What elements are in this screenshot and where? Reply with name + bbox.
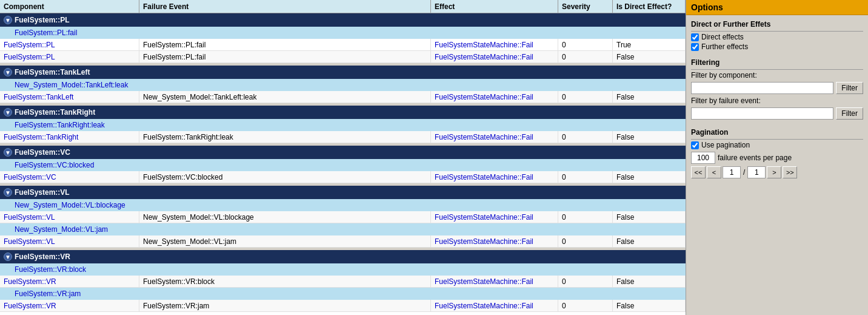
nav-next-button[interactable]: >	[767, 166, 781, 178]
group-header: ▼ FuelSystem::VL	[0, 186, 686, 199]
cell-effect: FuelSystemStateMachine::Fail	[431, 211, 558, 223]
current-page-input[interactable]	[723, 166, 741, 178]
cell-is-direct: False	[613, 276, 686, 287]
group-toggle[interactable]: ▼	[4, 16, 12, 24]
group-header-cell: ▼ FuelSystem::VL	[0, 186, 686, 198]
table-row: FuelSystem::PL FuelSystem::PL:fail FuelS…	[0, 51, 686, 63]
direct-effects-checkbox[interactable]	[691, 33, 699, 41]
filter-component-input[interactable]	[691, 82, 833, 94]
group-header-cell: ▼ FuelSystem::TankLeft	[0, 66, 686, 78]
cell-severity: 0	[558, 211, 613, 223]
cell-failure-event: New_System_Model::VL:blockage	[139, 211, 431, 223]
group-header-cell: ▼ FuelSystem::PL	[0, 14, 686, 26]
failure-event-name: New_System_Model::TankLeft:leak	[0, 79, 686, 91]
group-name: FuelSystem::PL	[15, 16, 70, 24]
failure-event-name: New_System_Model::VL:blockage	[0, 199, 686, 211]
cell-failure-event: FuelSystem::VR:jam	[139, 300, 431, 311]
cell-is-direct: False	[613, 211, 686, 223]
per-page-input[interactable]	[691, 152, 715, 164]
use-pagination-checkbox[interactable]	[691, 141, 699, 149]
header-effect: Effect	[431, 0, 558, 13]
cell-component: FuelSystem::PL	[0, 51, 139, 63]
filtering-title: Filtering	[691, 58, 863, 67]
group-toggle[interactable]: ▼	[4, 68, 12, 76]
failure-event-row: FuelSystem::TankRight:leak	[0, 119, 686, 131]
cell-severity: 0	[558, 131, 613, 143]
cell-effect: FuelSystemStateMachine::Fail	[431, 131, 558, 143]
cell-is-direct: False	[613, 131, 686, 143]
cell-failure-event: FuelSystem::TankRight:leak	[139, 131, 431, 143]
filter-component-button[interactable]: Filter	[836, 82, 863, 94]
table-row: FuelSystem::VC FuelSystem::VC:blocked Fu…	[0, 171, 686, 183]
cell-component: FuelSystem::VR	[0, 276, 139, 287]
group-header: ▼ FuelSystem::TankLeft	[0, 66, 686, 79]
table-row: FuelSystem::VL New_System_Model::VL:jam …	[0, 235, 686, 248]
cell-is-direct: True	[613, 39, 686, 50]
group-header: ▼ FuelSystem::PL	[0, 13, 686, 27]
cell-component: FuelSystem::VC	[0, 171, 139, 183]
group-toggle[interactable]: ▼	[4, 252, 12, 261]
group-name: FuelSystem::VC	[15, 148, 70, 157]
use-pagination-row: Use pagination	[691, 141, 863, 149]
table-row: FuelSystem::VL New_System_Model::VL:bloc…	[0, 211, 686, 223]
group-header-cell: ▼ FuelSystem::TankRight	[0, 106, 686, 118]
filter-failure-label: Filter by failure event:	[691, 97, 863, 105]
options-panel: Options Direct or Further Effets Direct …	[686, 0, 868, 315]
cell-is-direct: False	[613, 171, 686, 183]
filter-component-row: Filter by component: Filter	[691, 71, 863, 94]
cell-component: FuelSystem::PL	[0, 39, 139, 50]
failure-event-row: FuelSystem::PL:fail	[0, 27, 686, 39]
cell-component: FuelSystem::VL	[0, 211, 139, 223]
group-name: FuelSystem::TankRight	[15, 108, 95, 117]
cell-component: FuelSystem::VR	[0, 300, 139, 311]
further-effects-row: Further effects	[691, 42, 863, 51]
filter-component-label: Filter by component:	[691, 71, 863, 80]
cell-effect: FuelSystemStateMachine::Fail	[431, 91, 558, 103]
failure-event-name: FuelSystem::VR:jam	[0, 288, 686, 300]
cell-component: FuelSystem::TankRight	[0, 131, 139, 143]
filter-failure-input[interactable]	[691, 107, 833, 120]
table-header: Component Failure Event Effect Severity …	[0, 0, 686, 13]
pagination-nav: << < / > >>	[691, 166, 863, 178]
cell-severity: 0	[558, 276, 613, 287]
cell-component: FuelSystem::VL	[0, 235, 139, 247]
cell-effect: FuelSystemStateMachine::Fail	[431, 39, 558, 50]
nav-prev-button[interactable]: <	[707, 166, 721, 178]
group-name: FuelSystem::VR	[15, 252, 70, 261]
cell-component: FuelSystem::TankLeft	[0, 91, 139, 103]
cell-failure-event: FuelSystem::VC:blocked	[139, 171, 431, 183]
per-page-label: failure events per page	[718, 154, 792, 162]
filter-component-input-row: Filter	[691, 82, 863, 94]
further-effects-checkbox[interactable]	[691, 43, 699, 51]
cell-failure-event: FuelSystem::VR:block	[139, 276, 431, 287]
group-name: FuelSystem::TankLeft	[15, 68, 90, 76]
group-toggle[interactable]: ▼	[4, 108, 12, 117]
options-body: Direct or Further Effets Direct effects …	[686, 15, 868, 183]
cell-is-direct: False	[613, 300, 686, 311]
group-toggle[interactable]: ▼	[4, 188, 12, 197]
use-pagination-label: Use pagination	[701, 141, 750, 149]
group-header: ▼ FuelSystem::VC	[0, 146, 686, 159]
group-toggle[interactable]: ▼	[4, 148, 12, 157]
cell-failure-event: New_System_Model::TankLeft:leak	[139, 91, 431, 103]
direct-further-title: Direct or Further Effets	[691, 20, 863, 29]
header-severity: Severity	[558, 0, 613, 13]
failure-event-row: New_System_Model::VL:jam	[0, 223, 686, 235]
filter-failure-row: Filter by failure event: Filter	[691, 97, 863, 120]
cell-effect: FuelSystemStateMachine::Fail	[431, 300, 558, 311]
nav-last-button[interactable]: >>	[783, 166, 797, 178]
cell-effect: FuelSystemStateMachine::Fail	[431, 171, 558, 183]
failure-event-name: FuelSystem::VR:block	[0, 263, 686, 276]
header-failure-event: Failure Event	[139, 0, 431, 13]
pagination-per-page-row: failure events per page	[691, 152, 863, 164]
filter-failure-button[interactable]: Filter	[836, 107, 863, 120]
header-is-direct: Is Direct Effect?	[613, 0, 686, 13]
table-row: FuelSystem::TankRight FuelSystem::TankRi…	[0, 131, 686, 143]
nav-first-button[interactable]: <<	[691, 166, 706, 178]
direct-effects-row: Direct effects	[691, 33, 863, 41]
pagination-title: Pagination	[691, 128, 863, 137]
failure-event-row: FuelSystem::VC:blocked	[0, 159, 686, 171]
group-header: ▼ FuelSystem::TankRight	[0, 106, 686, 119]
cell-severity: 0	[558, 91, 613, 103]
cell-severity: 0	[558, 51, 613, 63]
